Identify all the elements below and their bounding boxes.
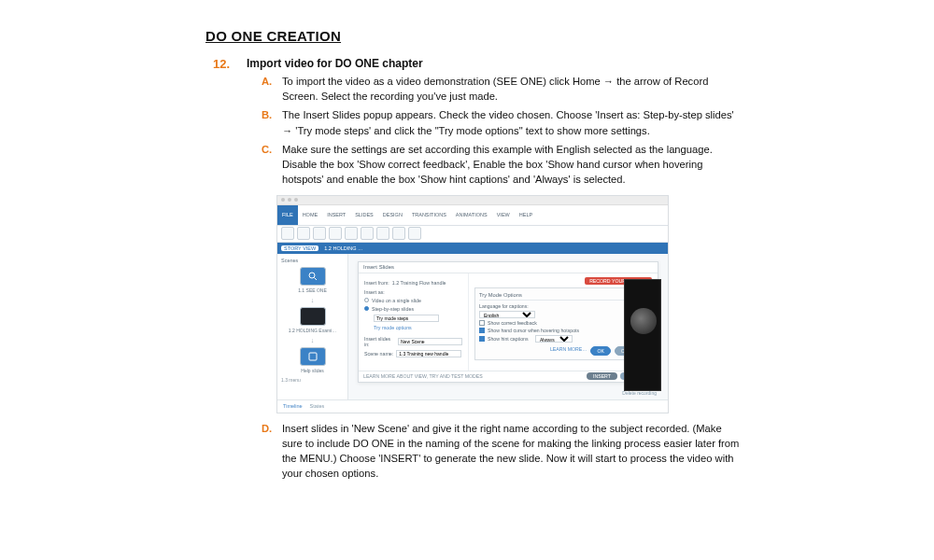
scene-name-row: Scene name:: [364, 350, 462, 357]
option-single-slide[interactable]: Video on a single slide: [364, 298, 462, 303]
thumb-label: Help slides: [301, 368, 323, 373]
learn-more-link[interactable]: LEARN MORE…: [550, 346, 587, 356]
ribbon-tab[interactable]: ANIMATIONS: [451, 205, 492, 225]
scene-thumb[interactable]: 1.1 SEE ONE: [288, 267, 338, 293]
sub-item-d: D. Insert slides in 'New Scene' and give…: [262, 421, 742, 482]
sub-letter: D.: [262, 421, 275, 482]
ribbon-tab[interactable]: HELP: [515, 205, 537, 225]
arrow-down-icon: ↓: [281, 337, 344, 343]
label: Language for captions:: [479, 303, 529, 309]
window-titlebar: [277, 196, 668, 205]
modal-title: Insert Slides: [363, 264, 394, 270]
checkbox-icon: [479, 336, 485, 342]
document-page: DO ONE CREATION 12. Import video for DO …: [0, 0, 934, 504]
option-step-slides[interactable]: Step-by-step slides: [364, 306, 462, 312]
storyview-band: STORY VIEW 1.2 HOLDING …: [277, 243, 668, 254]
ribbon-tab[interactable]: TRANSITIONS: [407, 205, 451, 225]
try-mode-options-link[interactable]: Try mode options: [364, 325, 462, 330]
language-field: Language for captions:: [479, 303, 647, 309]
step-sub-list: A. To import the video as a video demons…: [247, 74, 742, 188]
sub-letter: A.: [262, 74, 275, 104]
timeline-tab[interactable]: Timeline: [283, 403, 303, 409]
ribbon: FILE HOME INSERT SLIDES DESIGN TRANSITIO…: [277, 205, 668, 226]
tool-icon[interactable]: [313, 227, 326, 240]
ultrasound-icon: [300, 307, 326, 326]
hint-when-select[interactable]: Always: [535, 335, 573, 343]
tool-icon[interactable]: [408, 227, 421, 240]
label: Show hand cursor when hovering hotspots: [488, 328, 579, 333]
tool-icon[interactable]: [345, 227, 358, 240]
scene-thumb[interactable]: 1.2 HOLDING Exami…: [288, 307, 338, 333]
embedded-screenshot: FILE HOME INSERT SLIDES DESIGN TRANSITIO…: [276, 195, 669, 413]
sub-item-c: C. Make sure the settings are set accord…: [262, 142, 742, 188]
insert-button[interactable]: INSERT: [587, 372, 617, 380]
figure-body: Scenes 1.1 SEE ONE ↓ 1.2 HOLDING Exami… …: [277, 254, 668, 399]
sub-text: The Insert Slides popup appears. Check t…: [282, 107, 742, 137]
sub-letter: C.: [262, 142, 275, 188]
svg-point-0: [309, 273, 315, 278]
scene-name-input[interactable]: [396, 350, 461, 357]
label: Show correct feedback: [488, 320, 537, 326]
step-number: 12.: [205, 57, 230, 485]
label: Video on a single slide: [372, 298, 421, 303]
delete-recording-link[interactable]: Delete recording: [622, 390, 657, 396]
insert-from-row: Insert from: 1.2 Training Flow handle: [364, 280, 462, 286]
tool-icon[interactable]: [376, 227, 389, 240]
tool-icon[interactable]: [281, 227, 294, 240]
step-heading: Import video for DO ONE chapter: [247, 57, 742, 70]
modal-left-panel: Insert from: 1.2 Training Flow handle In…: [359, 273, 469, 371]
label: Scene name:: [364, 351, 393, 357]
ribbon-tab[interactable]: HOME: [298, 205, 323, 225]
thumb-label: 1.1 SEE ONE: [298, 287, 327, 293]
modal-footer: LEARN MORE ABOUT VIEW, TRY AND TEST MODE…: [359, 371, 658, 382]
modal-header: Insert Slides: [359, 262, 658, 273]
checkbox-icon: [479, 328, 485, 333]
value: 1.2 Training Flow handle: [392, 280, 446, 286]
storyview-chip[interactable]: STORY VIEW: [281, 245, 318, 251]
search-icon: [300, 267, 326, 286]
tool-icon[interactable]: [297, 227, 310, 240]
tool-icon[interactable]: [392, 227, 405, 240]
scenes-panel-title: Scenes: [281, 258, 344, 263]
try-mode-input[interactable]: [374, 315, 439, 322]
thumb-label: 1.3 menu: [281, 377, 344, 383]
insert-as-label: Insert as:: [364, 289, 462, 295]
footer-info[interactable]: LEARN MORE ABOUT VIEW, TRY AND TEST MODE…: [363, 373, 483, 379]
states-tab[interactable]: States: [310, 403, 325, 409]
label: Step-by-step slides: [372, 306, 414, 312]
show-hand-checkbox[interactable]: Show hand cursor when hovering hotspots: [479, 328, 647, 333]
label: Show hint captions: [488, 336, 529, 342]
scene-name: 1.2 HOLDING …: [324, 245, 362, 251]
dot-icon: [281, 198, 285, 202]
checkbox-icon: [479, 320, 485, 326]
figure-main: Insert Slides Insert from: 1.2 Training …: [348, 254, 668, 399]
dot-icon: [288, 198, 291, 202]
tool-icon[interactable]: [361, 227, 374, 240]
scene-thumb[interactable]: Help slides: [288, 347, 338, 373]
show-correct-checkbox[interactable]: Show correct feedback: [479, 320, 647, 326]
section-title: DO ONE CREATION: [205, 28, 878, 44]
ribbon-tab[interactable]: DESIGN: [378, 205, 407, 225]
ribbon-tab-file[interactable]: FILE: [277, 205, 298, 225]
thumb-label: 1.2 HOLDING Exami…: [289, 328, 336, 333]
language-select[interactable]: English: [479, 311, 535, 318]
ribbon-tools: [277, 226, 668, 243]
radio-icon: [364, 298, 369, 302]
sub-item-a: A. To import the video as a video demons…: [262, 74, 742, 104]
insert-slides-in-select[interactable]: [398, 338, 462, 345]
scenes-panel: Scenes 1.1 SEE ONE ↓ 1.2 HOLDING Exami… …: [277, 254, 348, 399]
tool-icon[interactable]: [329, 227, 342, 240]
try-mode-steps-select[interactable]: [364, 315, 462, 322]
step-12: 12. Import video for DO ONE chapter A. T…: [205, 57, 878, 485]
radio-icon: [364, 306, 369, 311]
ribbon-tab[interactable]: INSERT: [322, 205, 350, 225]
sub-text: Insert slides in 'New Scene' and give it…: [282, 421, 742, 482]
options-footer: LEARN MORE… OK CANCEL: [479, 346, 647, 356]
ok-button[interactable]: OK: [590, 346, 611, 356]
ribbon-tab[interactable]: VIEW: [492, 205, 515, 225]
show-hint-checkbox[interactable]: Show hint captions Always: [479, 335, 647, 343]
modal-right-panel: RECORD YOUR SCREEN Try Mode Options Lang…: [469, 273, 658, 371]
ribbon-tab[interactable]: SLIDES: [350, 205, 378, 225]
insert-slides-modal: Insert Slides Insert from: 1.2 Training …: [358, 261, 658, 383]
label: Insert from:: [364, 280, 389, 286]
